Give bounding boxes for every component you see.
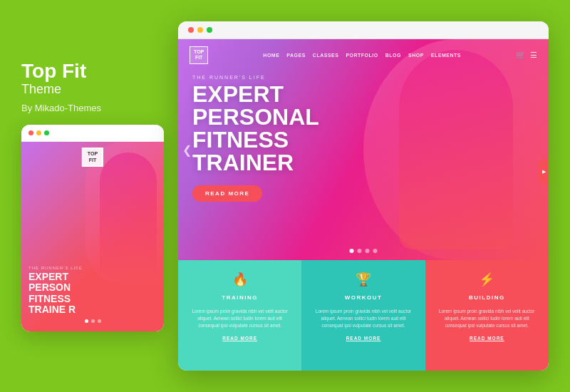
- features-row: 🔥 TRAINING Lorem ipsum proin gravida nib…: [178, 260, 549, 371]
- nav-link-blog[interactable]: BLOG: [385, 53, 401, 58]
- desktop-toolbar: [178, 21, 549, 39]
- building-text: Lorem ipsum proin gravida nibh vel velit…: [435, 308, 539, 329]
- hero-athlete-body: [399, 50, 513, 249]
- hero-logo-text: TOPFIT: [194, 49, 204, 61]
- menu-icon[interactable]: ☰: [530, 51, 537, 60]
- nav-link-portfolio[interactable]: PORTFOLIO: [346, 53, 378, 58]
- brand-title: Top Fit: [21, 61, 171, 83]
- nav-link-home[interactable]: HOME: [263, 53, 279, 58]
- hero-nav: TOPFIT HOME PAGES CLASSES PORTFOLIO BLOG…: [178, 39, 549, 71]
- nav-link-shop[interactable]: SHOP: [408, 53, 424, 58]
- hero-logo: TOPFIT: [190, 46, 208, 64]
- scroll-indicator: ▶: [539, 159, 549, 185]
- hero-dot-4: [373, 249, 378, 253]
- workout-text: Lorem ipsum proin gravida nibh vel velit…: [311, 308, 415, 329]
- mobile-content: TOPFIT THE RUNNER'S LIFE EXPERTPERSONFIT…: [21, 142, 164, 331]
- workout-icon: 🏆: [356, 272, 371, 287]
- mobile-toolbar: [21, 125, 164, 142]
- mobile-nav-dot-2: [91, 319, 95, 323]
- desktop-dot-yellow: [197, 27, 203, 33]
- hero-dot-1: [350, 249, 354, 253]
- mobile-logo: TOPFIT: [82, 148, 103, 167]
- hero-dots: [350, 249, 378, 253]
- brand-by: By Mikado-Themes: [21, 103, 171, 113]
- nav-link-elements[interactable]: ELEMENTS: [431, 53, 461, 58]
- building-read-more[interactable]: READ MORE: [470, 336, 504, 341]
- mobile-logo-text: TOPFIT: [88, 151, 98, 163]
- desktop-mockup: TOPFIT HOME PAGES CLASSES PORTFOLIO BLOG…: [178, 21, 549, 371]
- feature-workout: 🏆 WORKOUT Lorem ipsum proin gravida nibh…: [301, 260, 425, 371]
- mobile-dot-yellow: [36, 130, 41, 135]
- training-title: TRAINING: [222, 294, 258, 301]
- desktop-hero: TOPFIT HOME PAGES CLASSES PORTFOLIO BLOG…: [178, 39, 549, 260]
- hero-small-label: THE RUNNER'S LIFE: [192, 75, 319, 80]
- cart-icon[interactable]: 🛒: [516, 51, 526, 60]
- brand-block: Top Fit Theme By Mikado-Themes: [21, 61, 171, 114]
- desktop-dot-green: [207, 27, 212, 33]
- training-icon: 🔥: [232, 272, 248, 287]
- desktop-dot-red: [188, 27, 194, 33]
- feature-building: ⚡ BUILDING Lorem ipsum proin gravida nib…: [425, 260, 549, 371]
- mobile-mockup: TOPFIT THE RUNNER'S LIFE EXPERTPERSONFIT…: [21, 125, 164, 331]
- hero-title: EXPERTPERSONALFITNESSTRAINER: [192, 83, 319, 174]
- hero-dot-2: [358, 249, 362, 253]
- mobile-nav-dot-3: [98, 319, 101, 323]
- workout-read-more[interactable]: READ MORE: [346, 336, 381, 341]
- training-read-more[interactable]: READ MORE: [222, 336, 257, 341]
- hero-dot-3: [366, 249, 370, 253]
- hero-athlete-figure: [378, 46, 534, 253]
- hero-arrow-left[interactable]: ❮: [182, 143, 192, 157]
- nav-link-pages[interactable]: PAGES: [286, 53, 306, 58]
- nav-link-classes[interactable]: CLASSES: [313, 53, 339, 58]
- mobile-dot-green: [44, 130, 49, 135]
- left-panel: Top Fit Theme By Mikado-Themes TOPFIT TH…: [21, 61, 171, 332]
- building-title: BUILDING: [469, 294, 505, 301]
- hero-content: THE RUNNER'S LIFE EXPERTPERSONALFITNESST…: [192, 75, 319, 202]
- hero-cta-button[interactable]: READ MORE: [192, 185, 262, 202]
- feature-training: 🔥 TRAINING Lorem ipsum proin gravida nib…: [178, 260, 301, 371]
- mobile-nav-dot-1: [85, 319, 88, 323]
- training-text: Lorem ipsum proin gravida nibh vel velit…: [188, 308, 291, 329]
- hero-nav-icons: 🛒 ☰: [516, 51, 537, 60]
- mobile-athlete-figure: [100, 153, 157, 277]
- hero-nav-links: HOME PAGES CLASSES PORTFOLIO BLOG SHOP E…: [263, 53, 461, 58]
- workout-title: WORKOUT: [345, 294, 383, 301]
- building-icon: ⚡: [479, 272, 494, 287]
- brand-subtitle: Theme: [21, 82, 171, 97]
- mobile-dot-red: [28, 130, 33, 135]
- mobile-nav-dots: [28, 319, 157, 324]
